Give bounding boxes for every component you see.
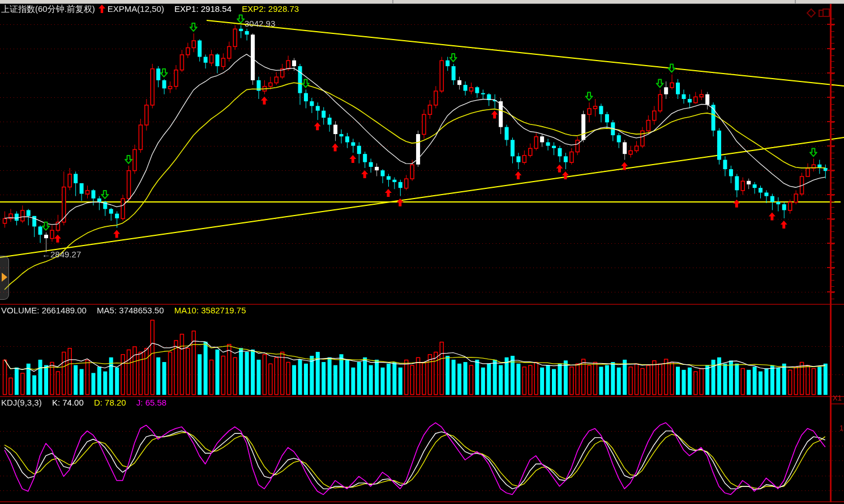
- exp2-value: EXP2: 2928.73: [242, 4, 299, 14]
- indicator-label: EXPMA(12,50): [108, 4, 164, 14]
- kdj-name: KDJ(9,3,3): [1, 398, 42, 407]
- toolbar-separator: [392, 0, 393, 3]
- pane-window-controls: [806, 8, 831, 16]
- toolbar-bottom-edge: [0, 0, 844, 4]
- volume-scale-label: X1: [833, 394, 842, 402]
- kdj-pane-header: KDJ(9,3,3) K: 74.00 D: 78.20 J: 65.58: [1, 398, 174, 407]
- volume-pane-header: VOLUME: 2661489.00 MA5: 3748653.50 MA10:…: [1, 305, 254, 315]
- volume-ma5-value: MA5: 3748653.50: [97, 305, 164, 315]
- kdj-axis-label: 100: [839, 424, 844, 432]
- volume-value: VOLUME: 2661489.00: [1, 305, 87, 315]
- left-arrow-icon: ←: [42, 249, 50, 259]
- toolbar-separator: [795, 0, 796, 3]
- peak-price-annotation: 3042.93: [245, 19, 275, 28]
- up-arrow-icon: [98, 5, 105, 13]
- kdj-d-value: D: 78.20: [94, 398, 126, 407]
- volume-ma10-value: MA10: 3582719.75: [174, 305, 246, 315]
- kdj-k-value: K: 74.00: [52, 398, 84, 407]
- window-pane-right: [822, 8, 830, 17]
- trough-price-annotation: ←2849.27: [42, 249, 81, 259]
- exp1-value: EXP1: 2918.54: [174, 4, 232, 14]
- chart-canvas[interactable]: [0, 0, 844, 504]
- restore-window-icon[interactable]: [819, 8, 831, 16]
- kdj-j-value: J: 65.58: [136, 398, 166, 407]
- diamond-icon[interactable]: [807, 8, 816, 18]
- side-panel-tab[interactable]: [0, 256, 9, 300]
- main-chart-header: 上证指数(60分钟.前复权)EXPMA(12,50) EXP1: 2918.54…: [1, 4, 307, 15]
- trading-terminal-window: 上证指数(60分钟.前复权)EXPMA(12,50) EXP1: 2918.54…: [0, 0, 844, 504]
- symbol-title: 上证指数(60分钟.前复权): [1, 4, 95, 14]
- expand-arrow-icon: [2, 273, 7, 282]
